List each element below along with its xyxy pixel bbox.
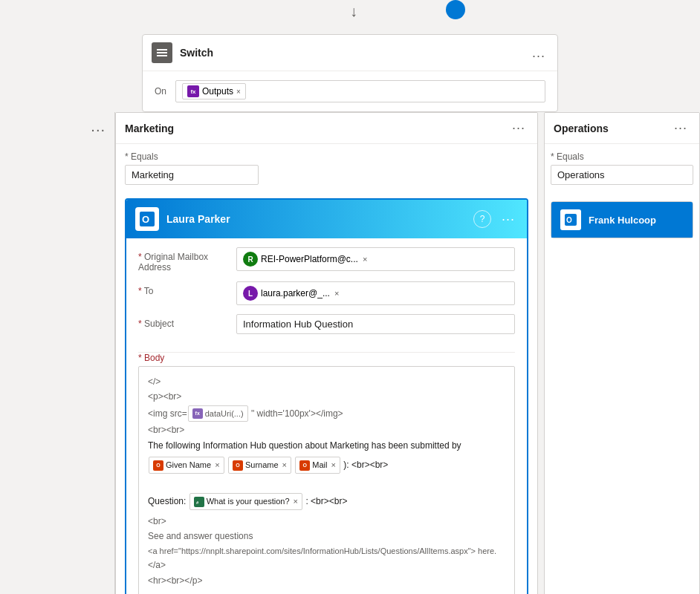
original-mailbox-field[interactable]: R REI-PowerPlatform@c... × [236,247,515,271]
svg-rect-1 [157,52,167,53]
o365-icon-3: O [299,460,310,471]
br-spacer [148,477,505,492]
formula-tag[interactable]: fxdataUri(...) [188,405,248,422]
question-close[interactable]: × [294,495,298,509]
rei-avatar: R [243,252,258,267]
laura-help-button[interactable]: ? [473,210,491,228]
laura-card-title: Laura Parker [166,213,466,225]
body-label: Body [138,353,515,363]
sidebar-more-button[interactable]: ··· [88,121,108,138]
marketing-panel: Marketing ··· Equals Marketing O Laura P… [115,112,538,594]
o365-icon-1: O [153,460,163,471]
o365-icon-2: O [233,460,243,471]
frank-card-title: Frank Hulcoop [589,215,684,226]
laura-email-text: laura.parker@_... [261,288,330,298]
original-mailbox-label: Original Mailbox Address [138,247,227,272]
outputs-tag-close[interactable]: × [236,88,241,96]
switch-more-button[interactable]: ... [529,45,548,61]
marketing-equals-label: Equals [125,151,528,162]
operations-equals-label: Equals [551,151,693,162]
switch-title: Switch [180,47,522,59]
name-tags-row: O Given Name × O Surname × O Mail × [148,456,505,474]
body-text-line: The following Information Hub question a… [148,438,505,453]
operations-panel: Operations ··· Equals Operations O Frank… [544,112,700,594]
rei-email-tag: R REI-PowerPlatform@c... × [243,252,367,267]
body-editor[interactable]: </> <p><br> <img src=fxdataUri(...) " wi… [138,366,515,594]
operations-panel-title: Operations [554,123,671,134]
given-name-tag[interactable]: O Given Name × [149,457,224,474]
to-field[interactable]: L laura.parker@_... × [236,281,515,305]
marketing-panel-title: Marketing [125,123,509,134]
switch-card: Switch ... On fx Outputs × [142,34,558,112]
subject-input[interactable]: Information Hub Question [236,314,515,334]
frank-hulcoop-card: O Frank Hulcoop [551,201,693,238]
img-line: <img src=fxdataUri(...) " width='100px'>… [148,405,505,423]
outlook-icon-frank: O [560,209,581,230]
subject-label: Subject [138,314,227,329]
operations-more-button[interactable]: ··· [671,120,690,136]
rei-email-close[interactable]: × [363,255,367,264]
code-tag-1: </> [148,374,505,389]
question-row: Question: # What is your question? × : <… [148,492,505,511]
svg-rect-2 [157,55,167,56]
laura-parker-card: O Laura Parker ? ··· Original Mailbox Ad… [125,198,528,594]
href-line: <a href="https://nnplt.sharepoint.com/si… [148,544,505,558]
blue-circle [446,0,465,19]
switch-on-label: On [155,86,166,97]
outlook-icon-large: O [135,207,159,231]
close-a: </a> [148,558,505,572]
svg-text:O: O [142,214,149,225]
outputs-field[interactable]: fx Outputs × [175,80,545,102]
hr-end: <hr><br></p> [148,573,505,588]
question-tag[interactable]: # What is your question? × [189,493,302,510]
laura-more-button[interactable]: ··· [499,212,518,227]
outputs-tag: fx Outputs × [182,83,246,99]
left-sidebar: ··· [0,112,115,594]
operations-equals-input[interactable]: Operations [551,165,693,185]
rei-email-text: REI-PowerPlatform@c... [261,254,358,264]
marketing-equals-input[interactable]: Marketing [125,165,259,185]
surname-close[interactable]: × [282,458,287,472]
laura-email-close[interactable]: × [334,289,339,298]
surname-tag[interactable]: O Surname × [228,457,291,474]
marketing-more-button[interactable]: ··· [509,120,528,136]
switch-icon [152,42,172,63]
svg-text:O: O [566,216,572,224]
br-line-2: <br> [148,514,505,529]
mail-tag[interactable]: O Mail × [295,457,340,474]
svg-rect-0 [157,49,167,50]
mail-close[interactable]: × [331,458,336,472]
colon-br: ): <br><br> [343,460,388,470]
outputs-tag-icon: fx [187,85,199,97]
excel-icon: # [194,497,204,507]
see-answer-text: See and answer questions [148,529,505,544]
down-arrow-icon: ↓ [350,3,357,20]
laura-email-tag: L laura.parker@_... × [243,286,339,301]
br-line: <br><br> [148,422,505,437]
formula-icon: fx [192,408,203,419]
code-tag-2: <p><br> [148,389,505,404]
question-label: Question: [148,496,189,506]
to-label: To [138,281,227,296]
given-name-close[interactable]: × [215,458,219,472]
question-end: : <br><br> [305,496,347,506]
laura-avatar: L [243,286,258,301]
